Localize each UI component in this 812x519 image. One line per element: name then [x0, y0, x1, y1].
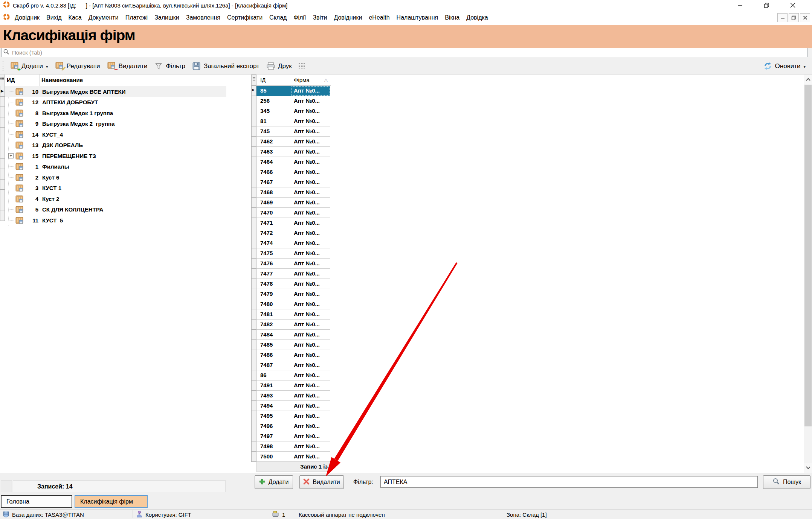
- menu-item-Замовлення[interactable]: Замовлення: [183, 13, 224, 23]
- expand-icon[interactable]: +: [8, 151, 15, 161]
- tree-row[interactable]: 12АПТЕКИ ДОБРОБУТ: [5, 97, 226, 108]
- menu-item-Склад[interactable]: Склад: [266, 13, 290, 23]
- table-row[interactable]: 7482Апт №0...: [251, 320, 331, 330]
- filter-input[interactable]: [380, 476, 758, 488]
- menu-item-Філії[interactable]: Філії: [290, 13, 309, 23]
- search-input[interactable]: Поиск (Tab): [1, 48, 807, 57]
- tab-home[interactable]: Головна: [1, 495, 72, 508]
- table-row[interactable]: 7496Апт №0...: [251, 421, 331, 431]
- tree-row-selector-cell[interactable]: [0, 117, 5, 128]
- table-row[interactable]: 7486Апт №0...: [251, 350, 331, 360]
- tree-column-name[interactable]: Наименование: [39, 75, 83, 86]
- table-row[interactable]: 7476Апт №0...: [251, 259, 331, 269]
- row-selector-cell[interactable]: [251, 268, 256, 279]
- table-row[interactable]: 7471Апт №0...: [251, 218, 331, 228]
- row-selector-cell[interactable]: [251, 289, 256, 299]
- row-selector-cell[interactable]: [251, 228, 256, 238]
- row-selector-cell[interactable]: [251, 126, 256, 137]
- table-row[interactable]: 7481Апт №0...: [251, 309, 331, 320]
- row-selector-cell[interactable]: [251, 218, 256, 228]
- table-row[interactable]: 7467Апт №0...: [251, 177, 331, 187]
- table-row[interactable]: 745Апт №0...: [251, 126, 331, 137]
- row-selector-cell[interactable]: [251, 431, 256, 441]
- export-button[interactable]: Загальний експорт: [191, 61, 261, 72]
- menu-item-Платежі[interactable]: Платежі: [122, 13, 151, 23]
- scroll-down-icon[interactable]: [804, 463, 812, 473]
- tab-firm-classification[interactable]: Класифікація фірм: [75, 495, 148, 508]
- delete-firm-button[interactable]: Видалити: [299, 475, 344, 489]
- column-chooser-icon[interactable]: [251, 75, 256, 85]
- row-selector-cell[interactable]: [251, 421, 256, 431]
- tree-column-id[interactable]: ИД: [5, 77, 15, 83]
- table-row[interactable]: 7485Апт №0...: [251, 340, 331, 350]
- row-selector-cell[interactable]: [251, 116, 256, 126]
- table-row[interactable]: 7464Апт №0...: [251, 157, 331, 167]
- scroll-up-icon[interactable]: [804, 75, 812, 84]
- tree-row-selector-cell[interactable]: [0, 158, 5, 169]
- chevron-down-icon[interactable]: ▾: [803, 64, 806, 69]
- menu-item-Налаштування[interactable]: Налаштування: [393, 13, 442, 23]
- menu-item-Вікна[interactable]: Вікна: [441, 13, 463, 23]
- restore-icon[interactable]: [753, 0, 780, 11]
- menu-item-Документи[interactable]: Документи: [85, 13, 122, 23]
- child-minimize-icon[interactable]: [777, 13, 788, 22]
- table-row[interactable]: 7497Апт №0...: [251, 431, 331, 441]
- row-selector-cell[interactable]: [251, 157, 256, 167]
- table-row[interactable]: 86Апт №0...: [251, 370, 331, 380]
- tree-row-selector-cell[interactable]: [0, 107, 5, 117]
- row-selector-cell[interactable]: [251, 279, 256, 289]
- table-row[interactable]: 7462Апт №0...: [251, 137, 331, 147]
- column-chooser-icon[interactable]: [0, 75, 5, 86]
- tree-row-selector-cell[interactable]: [0, 169, 5, 180]
- row-selector-cell[interactable]: [251, 248, 256, 259]
- sort-ascending-icon[interactable]: △: [324, 77, 328, 82]
- tree-row-selector-cell[interactable]: [0, 210, 5, 221]
- tree-row[interactable]: 10Выгрузка Медок ВСЕ АПТЕКИ: [5, 86, 226, 97]
- row-selector-cell[interactable]: [251, 390, 256, 401]
- row-selector-cell[interactable]: [251, 329, 256, 340]
- table-column-firm[interactable]: Фірма △: [291, 75, 330, 85]
- vertical-scrollbar[interactable]: [804, 75, 812, 473]
- scrollbar-thumb[interactable]: [804, 85, 812, 426]
- minimize-icon[interactable]: [727, 0, 753, 11]
- column-layout-icon[interactable]: [298, 62, 307, 71]
- table-row[interactable]: 256Апт №0...: [251, 96, 331, 106]
- table-row[interactable]: 7494Апт №0...: [251, 401, 331, 411]
- print-button[interactable]: Друк: [265, 61, 293, 72]
- menu-item-Каса[interactable]: Каса: [65, 13, 85, 23]
- table-row[interactable]: 7466Апт №0...: [251, 167, 331, 177]
- child-close-icon[interactable]: [800, 13, 810, 22]
- table-row[interactable]: 7480Апт №0...: [251, 299, 331, 309]
- row-selector-cell[interactable]: [251, 451, 256, 462]
- row-selector-cell[interactable]: [251, 360, 256, 370]
- table-row[interactable]: 7484Апт №0...: [251, 330, 331, 340]
- tree-row-selector-cell[interactable]: [0, 179, 5, 190]
- row-selector-cell[interactable]: [251, 350, 256, 360]
- table-column-id[interactable]: ІД: [256, 75, 291, 85]
- table-row[interactable]: ▸85Апт №0...: [251, 86, 331, 96]
- row-selector-cell[interactable]: [251, 370, 256, 380]
- table-row[interactable]: 7469Апт №0...: [251, 198, 331, 208]
- row-selector-cell[interactable]: [251, 197, 256, 208]
- menu-item-Довідник[interactable]: Довідник: [11, 13, 43, 23]
- table-row[interactable]: 7472Апт №0...: [251, 228, 331, 238]
- row-selector-cell[interactable]: [251, 400, 256, 411]
- filter-button[interactable]: Фільтр: [153, 61, 186, 72]
- tree-row[interactable]: 4Куст 2: [5, 193, 226, 204]
- tree-row[interactable]: 1Филиалы: [5, 161, 226, 172]
- tree-row-selector-cell[interactable]: [0, 148, 5, 159]
- table-row[interactable]: 7477Апт №0...: [251, 269, 331, 279]
- menu-item-Сертифікати[interactable]: Сертифікати: [224, 13, 266, 23]
- table-row[interactable]: 7463Апт №0...: [251, 147, 331, 157]
- row-selector-cell[interactable]: [251, 380, 256, 391]
- row-selector-cell[interactable]: [251, 207, 256, 218]
- row-selector-cell[interactable]: [251, 136, 256, 147]
- tree-row-selector-cell[interactable]: [0, 96, 5, 107]
- delete-button[interactable]: − Видалити: [106, 61, 149, 72]
- table-row[interactable]: 7498Апт №0...: [251, 441, 331, 452]
- menu-item-eHealth[interactable]: eHealth: [365, 13, 393, 23]
- add-firm-button[interactable]: Додати: [255, 475, 293, 489]
- table-row[interactable]: 7468Апт №0...: [251, 187, 331, 198]
- row-selector-cell[interactable]: [251, 238, 256, 248]
- row-selector-cell[interactable]: [251, 177, 256, 187]
